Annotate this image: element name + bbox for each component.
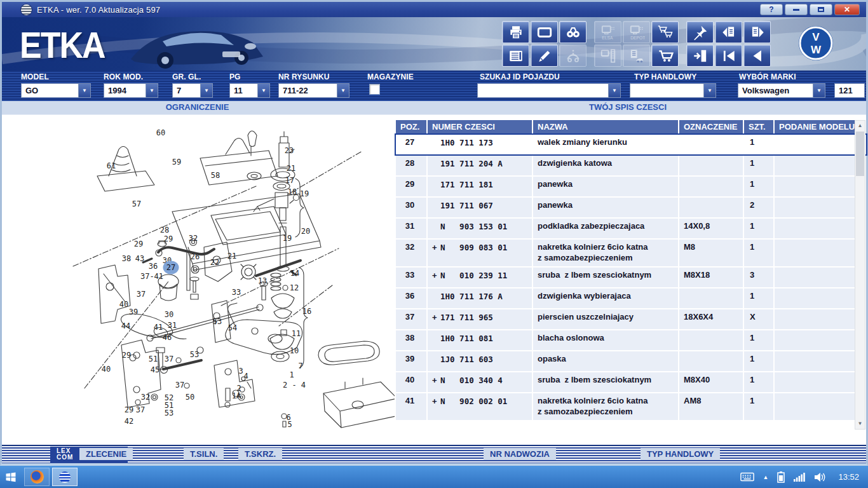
table-row[interactable]: 40+N 010 340 4sruba z lbem szesciokatnym… <box>396 372 866 392</box>
diagram-callout[interactable]: 41 <box>154 323 163 332</box>
diagram-callout[interactable]: 28 <box>160 226 169 234</box>
diagram-callout[interactable]: 17 <box>285 176 294 185</box>
status-button-zlecenie[interactable]: ZLECENIE <box>79 448 133 460</box>
diagram-callout[interactable]: 53 <box>190 350 199 359</box>
diagram-callout[interactable]: 36 <box>149 262 158 271</box>
diagram-callout[interactable]: 29 <box>134 240 143 248</box>
table-row[interactable]: 37+171 711 965pierscien uszczelniajacy18… <box>396 309 866 329</box>
chevron-down-icon[interactable]: ▼ <box>608 84 620 97</box>
chevron-down-icon[interactable]: ▼ <box>337 84 349 97</box>
chevron-down-icon[interactable]: ▼ <box>146 84 158 97</box>
scrollbar-thumb[interactable] <box>856 132 864 176</box>
diagram-callout[interactable]: 19 <box>283 234 292 243</box>
pencil-button[interactable] <box>531 44 558 67</box>
first-page-button[interactable] <box>715 44 742 67</box>
diagram-callout[interactable]: 21 <box>287 164 295 173</box>
diagram-callout[interactable]: 4 <box>243 372 248 381</box>
diagram-callout[interactable]: 58 <box>211 171 220 180</box>
keyboard-icon[interactable] <box>740 472 754 482</box>
diagram-callout[interactable]: 37 <box>165 355 173 363</box>
pin-button[interactable] <box>686 21 714 43</box>
model-year-select[interactable]: 1994 ▼ <box>104 83 158 98</box>
diagram-callout[interactable]: 10 <box>290 346 299 355</box>
diagram-callout[interactable]: 54 <box>228 323 237 332</box>
diagram-callout[interactable]: 42 <box>125 417 133 426</box>
chevron-down-icon[interactable]: ▼ <box>200 84 212 97</box>
table-row[interactable]: 32+N 909 083 01nakretka kolnierz 6cio ka… <box>396 240 866 266</box>
vehicle-id-select[interactable]: ▼ <box>477 83 621 98</box>
diagram-callout[interactable]: 37 <box>175 381 184 390</box>
chevron-down-icon[interactable]: ▼ <box>257 84 269 97</box>
commercial-type-select[interactable]: ▼ <box>630 83 716 98</box>
diagram-callout[interactable]: 32 <box>141 393 150 402</box>
diagram-callout[interactable]: 29 <box>164 234 173 243</box>
diagram-callout[interactable]: 57 <box>132 200 141 208</box>
diagram-callout[interactable]: 37-41 <box>140 272 163 281</box>
status-button-typ-handlowy[interactable]: TYP HANDLOWY <box>641 448 720 460</box>
diagram-callout[interactable]: 53 <box>165 409 173 417</box>
diagram-callout[interactable]: 1 <box>289 370 294 379</box>
page-prev-button[interactable] <box>715 21 742 43</box>
table-row[interactable]: 271H0 711 173walek zmiany kierunku1 <box>396 135 866 154</box>
status-button-t-skrz-[interactable]: T.SKRZ. <box>238 448 282 460</box>
pg-select[interactable]: 11 ▼ <box>229 83 270 98</box>
brand-code-field[interactable]: 121 <box>834 83 865 98</box>
diagram-callout[interactable]: 40 <box>119 300 128 309</box>
diagram-callout[interactable]: 12 <box>290 283 299 292</box>
diagram-callout[interactable]: 61 <box>107 161 116 170</box>
network-signal-icon[interactable] <box>794 473 805 482</box>
cart-button[interactable] <box>651 44 679 67</box>
diagram-callout[interactable]: 14 <box>290 269 299 278</box>
diagram-callout[interactable]: 21 <box>227 252 236 261</box>
diagram-callout-selected[interactable]: 27 <box>163 261 179 274</box>
diagram-callout[interactable]: 13 <box>258 276 267 285</box>
back-button[interactable] <box>743 44 771 67</box>
diagram-callout[interactable]: 38 <box>122 254 131 263</box>
double-cart-button[interactable] <box>651 21 679 43</box>
speaker-icon[interactable] <box>814 472 825 482</box>
diagram-callout[interactable]: 26 <box>191 252 200 261</box>
table-row[interactable]: 381H0 711 081blacha oslonowa1 <box>396 330 866 350</box>
diagram-callout[interactable]: 2 - 4 <box>283 381 306 390</box>
diagram-callout[interactable]: 16 <box>302 307 311 316</box>
stock-checkbox[interactable] <box>369 84 380 95</box>
diagram-callout[interactable]: 29 <box>125 405 133 414</box>
table-row[interactable]: 391J0 711 603opaska1 <box>396 351 866 371</box>
help-button[interactable]: ? <box>760 4 783 15</box>
table-row[interactable]: 28191 711 204 Adzwigienka katowa1 <box>396 156 866 175</box>
status-button-nr-nadwozia[interactable]: NR NADWOZIA <box>484 448 556 460</box>
diagram-callout[interactable]: 11 <box>292 329 301 338</box>
diagram-callout[interactable]: 3 <box>238 367 243 376</box>
table-row[interactable]: 31N 903 153 01podkladka zabezpieczajaca1… <box>396 219 866 238</box>
diagram-callout[interactable]: 18 <box>288 187 297 196</box>
diagram-callout[interactable]: 51 <box>149 355 158 363</box>
minimize-button[interactable] <box>785 4 808 15</box>
diagram-callout[interactable]: 50 <box>186 393 194 402</box>
diagram-callout[interactable]: 37 <box>136 405 145 414</box>
diagram-callout[interactable]: 5 <box>287 420 292 429</box>
model-select[interactable]: GO ▼ <box>21 83 91 98</box>
diagram-callout[interactable]: 22 <box>210 258 219 267</box>
chevron-down-icon[interactable]: ▼ <box>703 84 715 97</box>
chevron-down-icon[interactable]: ▼ <box>813 84 825 97</box>
diagram-callout[interactable]: 7 <box>298 362 302 370</box>
drawing-number-select[interactable]: 711-22 ▼ <box>278 83 349 98</box>
diagram-callout[interactable]: 33 <box>232 288 241 297</box>
diagram-callout[interactable]: 32 <box>189 234 198 243</box>
print-button[interactable] <box>502 21 529 43</box>
main-group-select[interactable]: 7 ▼ <box>172 83 213 98</box>
battery-icon[interactable] <box>777 471 785 483</box>
diagram-callout[interactable]: 46 <box>163 333 172 342</box>
diagram-callout[interactable]: 40 <box>102 365 111 374</box>
diagram-callout[interactable]: 39 <box>129 308 138 316</box>
maximize-button[interactable] <box>810 4 832 15</box>
diagram-callout[interactable]: 45 <box>151 365 159 374</box>
close-button[interactable]: ✕ <box>834 4 860 15</box>
table-row[interactable]: 30191 711 067panewka2 <box>396 198 866 217</box>
diagram-callout[interactable]: 59 <box>172 158 181 166</box>
page-next-button[interactable] <box>743 21 771 43</box>
table-scrollbar[interactable]: ▲ ▼ <box>855 120 865 430</box>
exit-button[interactable] <box>686 44 714 67</box>
table-row[interactable]: 33+N 010 239 11sruba z lbem szesciokatny… <box>396 268 866 287</box>
diagram-callout[interactable]: 19 <box>300 189 309 198</box>
